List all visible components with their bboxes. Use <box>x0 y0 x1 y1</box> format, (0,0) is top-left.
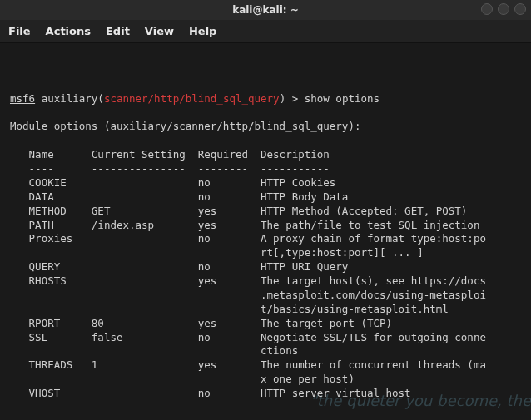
prompt-module: scanner/http/blind_sql_query <box>104 92 280 105</box>
table-row-cont: x one per host) <box>10 373 521 387</box>
terminal[interactable]: "the quieter you become, the msf6 auxili… <box>0 43 531 420</box>
prompt-mode: auxiliary( <box>35 92 104 105</box>
titlebar: kali@kali: ~ <box>0 0 531 20</box>
blank-line <box>10 415 521 420</box>
menu-help[interactable]: Help <box>189 25 216 37</box>
table-row: Proxies no A proxy chain of format type:… <box>10 232 521 246</box>
minimize-icon[interactable] <box>481 3 493 15</box>
table-row: VHOST no HTTP server virtual host <box>10 387 521 401</box>
blank-line <box>10 134 521 148</box>
blank-line <box>10 106 521 121</box>
table-row: PATH /index.asp yes The path/file to tes… <box>10 219 521 233</box>
prompt-host: msf6 <box>10 92 35 105</box>
table-row-cont: ctions <box>10 344 521 358</box>
table-header: Name Current Setting Required Descriptio… <box>10 148 521 162</box>
command-text: show options <box>305 92 380 105</box>
table-row: RHOSTS yes The target host(s), see https… <box>10 274 521 289</box>
table-header-underline: ---- --------------- -------- ----------… <box>10 162 521 176</box>
window-title: kali@kali: ~ <box>232 4 299 16</box>
table-row: RPORT 80 yes The target port (TCP) <box>10 317 521 331</box>
blank-line <box>10 401 521 415</box>
prompt-sep: > <box>285 92 305 105</box>
close-icon[interactable] <box>514 3 526 15</box>
menu-file[interactable]: File <box>8 25 31 37</box>
table-row-cont: .metasploit.com/docs/using-metasploi <box>10 289 521 303</box>
prompt-line: msf6 auxiliary(scanner/http/blind_sql_qu… <box>10 92 521 106</box>
menu-actions[interactable]: Actions <box>46 25 91 37</box>
window-controls <box>481 3 526 15</box>
table-row: DATA no HTTP Body Data <box>10 190 521 205</box>
module-options-line: Module options (auxiliary/scanner/http/b… <box>10 120 521 134</box>
menu-edit[interactable]: Edit <box>106 25 130 37</box>
table-row-cont: t/basics/using-metasploit.html <box>10 303 521 317</box>
menu-view[interactable]: View <box>145 25 174 37</box>
table-row: THREADS 1 yes The number of concurrent t… <box>10 358 521 373</box>
table-row: COOKIE no HTTP Cookies <box>10 176 521 190</box>
menubar: File Actions Edit View Help <box>0 20 531 43</box>
table-row: METHOD GET yes HTTP Method (Accepted: GE… <box>10 205 521 219</box>
table-row: QUERY no HTTP URI Query <box>10 260 521 274</box>
table-row: SSL false no Negotiate SSL/TLS for outgo… <box>10 331 521 345</box>
table-row-cont: rt[,type:host:port][ ... ] <box>10 246 521 260</box>
maximize-icon[interactable] <box>498 3 509 15</box>
